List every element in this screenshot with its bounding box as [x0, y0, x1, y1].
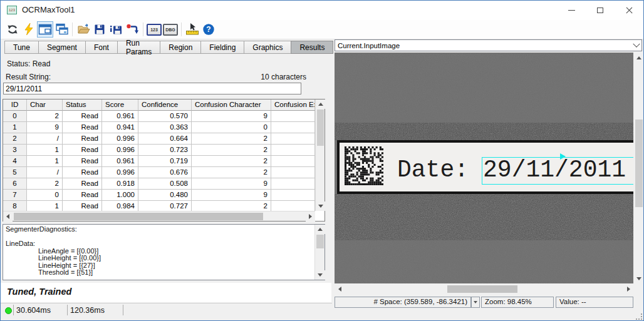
scroll-left-button[interactable] [3, 211, 13, 222]
table-cell[interactable]: Read [63, 190, 102, 201]
scroll-left-button[interactable] [335, 284, 345, 294]
table-cell[interactable]: Read [63, 111, 102, 122]
tab-graphics[interactable]: Graphics [244, 41, 291, 54]
table-cell[interactable]: 8 [3, 201, 27, 211]
table-cell[interactable]: Read [63, 156, 102, 167]
tab-segment[interactable]: Segment [38, 41, 86, 54]
table-cell[interactable] [271, 167, 315, 178]
column-header-char[interactable]: Char [27, 99, 63, 111]
table-cell[interactable]: Read [63, 145, 102, 156]
maximize-button[interactable] [586, 1, 615, 20]
table-cell[interactable]: Read [63, 178, 102, 190]
table-cell[interactable]: 1 [3, 122, 27, 133]
image-viewport[interactable]: Date:29/11/2011 [335, 53, 633, 283]
table-cell[interactable]: 0.961 [102, 111, 138, 122]
table-cell[interactable]: 7 [3, 190, 27, 201]
scroll-up-button[interactable] [316, 99, 325, 109]
run-once-button[interactable] [21, 21, 37, 38]
table-cell[interactable]: 2 [27, 178, 63, 190]
column-header-confusion-character[interactable]: Confusion Character [192, 99, 271, 111]
table-cell[interactable]: 0.570 [138, 111, 192, 122]
table-cell[interactable]: 0.727 [138, 201, 192, 211]
table-cell[interactable] [271, 145, 315, 156]
image-hscrollbar[interactable] [335, 284, 633, 294]
table-hscroll-thumb[interactable] [14, 213, 263, 220]
scroll-up-button[interactable] [315, 225, 325, 234]
table-row[interactable]: 31Read0.9960.7232 [3, 145, 315, 156]
diagnostics-vscrollbar[interactable] [314, 225, 325, 280]
image-hscroll-thumb[interactable] [447, 285, 517, 293]
image-vscrollbar[interactable] [634, 53, 644, 283]
table-cell[interactable]: Read [63, 122, 102, 133]
table-cell[interactable]: 0.480 [138, 190, 192, 201]
table-cell[interactable]: 0 [3, 111, 27, 122]
table-cell[interactable]: 4 [3, 156, 27, 167]
table-row[interactable]: 02Read0.9610.5709 [3, 111, 315, 122]
table-cell[interactable]: 1 [27, 201, 63, 211]
scroll-up-button[interactable] [634, 53, 644, 63]
table-cell[interactable]: 0 [27, 190, 63, 201]
table-cell[interactable]: 3 [3, 145, 27, 156]
table-cell[interactable] [271, 122, 315, 133]
table-cell[interactable] [271, 201, 315, 211]
table-cell[interactable]: 2 [192, 156, 271, 167]
table-cell[interactable]: 2 [192, 201, 271, 211]
table-cell[interactable]: 0.723 [138, 145, 192, 156]
table-cell[interactable]: / [27, 133, 63, 145]
float-pane-button[interactable] [53, 21, 70, 38]
table-row[interactable]: 81Read0.9840.7272 [3, 201, 315, 211]
table-cell[interactable]: 1.000 [102, 190, 138, 201]
table-cell[interactable]: 9 [27, 122, 63, 133]
table-cell[interactable]: 2 [192, 167, 271, 178]
scroll-right-button[interactable] [306, 211, 315, 222]
column-header-id[interactable]: ID [3, 99, 27, 111]
table-cell[interactable]: 0 [192, 122, 271, 133]
tab-fielding[interactable]: Fielding [200, 41, 244, 54]
table-row[interactable]: 70Read1.0000.4809 [3, 190, 315, 201]
ocr-region-selection[interactable] [482, 157, 633, 185]
table-cell[interactable]: 9 [192, 178, 271, 190]
table-cell[interactable]: 2 [3, 133, 27, 145]
table-cell[interactable]: 0.996 [102, 167, 138, 178]
table-cell[interactable]: 0.676 [138, 167, 192, 178]
tab-run-params[interactable]: Run Params [117, 41, 160, 54]
table-cell[interactable]: 0.984 [102, 201, 138, 211]
table-cell[interactable]: Read [63, 201, 102, 211]
table-row[interactable]: 19Read0.9410.3630 [3, 122, 315, 133]
table-cell[interactable]: 2 [192, 133, 271, 145]
table-cell[interactable]: 0.918 [102, 178, 138, 190]
table-cell[interactable]: 0.508 [138, 178, 192, 190]
table-cell[interactable]: 0.719 [138, 156, 192, 167]
open-file-button[interactable] [75, 21, 91, 38]
diagnostics-vscroll-thumb[interactable] [316, 235, 324, 248]
table-cell[interactable]: 0.996 [102, 145, 138, 156]
column-header-confusion-ex[interactable]: Confusion Ex [271, 99, 315, 111]
table-cell[interactable]: Read [63, 167, 102, 178]
table-cell[interactable]: 2 [27, 111, 63, 122]
debug-button[interactable]: DBG [162, 21, 179, 38]
record-input-button[interactable] [124, 21, 140, 38]
table-row[interactable]: 41Read0.9610.7192 [3, 156, 315, 167]
table-cell[interactable] [271, 111, 315, 122]
table-cell[interactable]: / [27, 167, 63, 178]
table-vscroll-thumb[interactable] [317, 110, 324, 146]
table-cell[interactable]: 1 [27, 156, 63, 167]
table-cell[interactable]: 6 [3, 178, 27, 190]
scroll-down-button[interactable] [634, 273, 644, 283]
save-image-button[interactable] [108, 21, 124, 38]
table-cell[interactable]: 9 [192, 190, 271, 201]
result-string-input[interactable] [3, 83, 301, 94]
close-button[interactable] [615, 1, 643, 20]
table-cell[interactable]: 2 [192, 145, 271, 156]
tab-region[interactable]: Region [160, 41, 201, 54]
tab-tune[interactable]: Tune [4, 41, 39, 54]
save-button[interactable] [91, 21, 108, 38]
table-cell[interactable]: 0.664 [138, 133, 192, 145]
table-row[interactable]: 5/Read0.9960.6762 [3, 167, 315, 178]
table-cell[interactable]: 0.996 [102, 133, 138, 145]
space-dropdown-button[interactable] [471, 297, 480, 308]
tab-font[interactable]: Font [85, 41, 118, 54]
table-cell[interactable]: 9 [192, 111, 271, 122]
minimize-button[interactable] [557, 1, 586, 20]
table-cell[interactable]: 0.363 [138, 122, 192, 133]
